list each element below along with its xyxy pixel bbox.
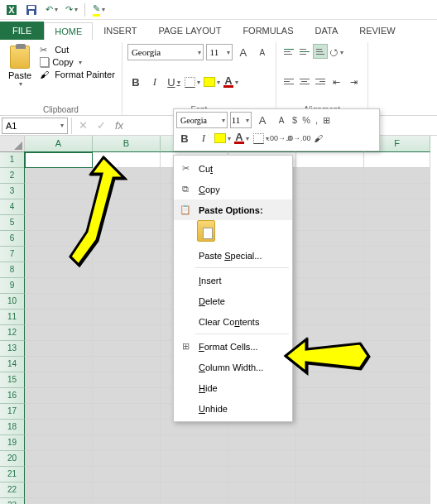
- underline-button[interactable]: U▾: [166, 74, 182, 90]
- save-icon[interactable]: [25, 3, 38, 17]
- cell[interactable]: [25, 372, 93, 388]
- cell[interactable]: [296, 294, 364, 310]
- row-header-14[interactable]: 14: [0, 357, 25, 372]
- cancel-formula-button[interactable]: ✕: [74, 119, 92, 132]
- cell[interactable]: [93, 341, 161, 357]
- tab-insert[interactable]: INSERT: [93, 22, 147, 40]
- tab-pagelayout[interactable]: PAGE LAYOUT: [147, 22, 232, 40]
- cell[interactable]: [161, 467, 228, 482]
- cell[interactable]: [296, 435, 364, 451]
- cell[interactable]: [296, 498, 364, 504]
- cell[interactable]: [296, 278, 364, 294]
- row-header-19[interactable]: 19: [0, 435, 25, 451]
- cell[interactable]: [25, 420, 93, 435]
- cell[interactable]: [25, 435, 93, 451]
- cell[interactable]: [364, 231, 430, 247]
- ctx-clear-contents[interactable]: Clear Contents: [174, 311, 292, 332]
- cell[interactable]: [296, 247, 364, 262]
- cell[interactable]: [25, 278, 93, 294]
- cell[interactable]: [364, 278, 430, 294]
- cell[interactable]: [93, 451, 161, 467]
- cell[interactable]: [25, 325, 93, 341]
- increase-font-icon[interactable]: A: [235, 44, 252, 60]
- cell[interactable]: [93, 482, 161, 498]
- align-top-button[interactable]: [281, 44, 296, 59]
- cell[interactable]: [296, 215, 364, 231]
- tab-file[interactable]: FILE: [0, 22, 44, 40]
- cell[interactable]: [93, 498, 161, 504]
- mini-italic[interactable]: I: [195, 130, 212, 146]
- mini-fill[interactable]: ▾: [214, 130, 231, 146]
- row-header-10[interactable]: 10: [0, 294, 25, 310]
- cell[interactable]: [228, 482, 296, 498]
- cut-button[interactable]: Cut: [38, 44, 117, 55]
- row-header-18[interactable]: 18: [0, 420, 25, 435]
- row-header-5[interactable]: 5: [0, 215, 25, 231]
- currency-icon[interactable]: $: [292, 115, 297, 125]
- cell[interactable]: [25, 388, 93, 404]
- row-header-12[interactable]: 12: [0, 325, 25, 341]
- cell[interactable]: [296, 404, 364, 420]
- cell[interactable]: [364, 404, 430, 420]
- tab-formulas[interactable]: FORMULAS: [232, 22, 304, 40]
- mini-bold[interactable]: B: [176, 130, 193, 146]
- row-header-23[interactable]: 23: [0, 498, 25, 504]
- cell[interactable]: [364, 482, 430, 498]
- italic-button[interactable]: I: [146, 74, 163, 90]
- cell[interactable]: [228, 467, 296, 482]
- font-name-combo[interactable]: Georgia: [127, 44, 204, 60]
- name-box[interactable]: A1: [2, 118, 68, 134]
- cell[interactable]: [296, 152, 364, 168]
- cell[interactable]: [25, 467, 93, 482]
- font-size-combo[interactable]: 11: [206, 44, 233, 60]
- cell[interactable]: [296, 388, 364, 404]
- cell[interactable]: [161, 482, 228, 498]
- row-header-17[interactable]: 17: [0, 404, 25, 420]
- row-header-6[interactable]: 6: [0, 231, 25, 247]
- mini-format-painter[interactable]: 🖌: [310, 130, 326, 146]
- decrease-indent-button[interactable]: ⇤: [329, 74, 345, 90]
- cell[interactable]: [93, 372, 161, 388]
- align-center-button[interactable]: [297, 74, 312, 89]
- row-header-2[interactable]: 2: [0, 168, 25, 184]
- cell[interactable]: [296, 231, 364, 247]
- paste-option-keep-source[interactable]: [197, 220, 215, 242]
- cell[interactable]: [364, 467, 430, 482]
- row-header-7[interactable]: 7: [0, 247, 25, 262]
- cell[interactable]: [93, 435, 161, 451]
- cell[interactable]: [25, 451, 93, 467]
- cell[interactable]: [25, 294, 93, 310]
- cell[interactable]: [93, 404, 161, 420]
- ctx-format-cells[interactable]: ⊞Format Cells...: [174, 336, 292, 357]
- ctx-hide[interactable]: Hide: [174, 377, 292, 398]
- cell[interactable]: [228, 498, 296, 504]
- row-header-15[interactable]: 15: [0, 372, 25, 388]
- increase-indent-button[interactable]: ⇥: [346, 74, 363, 90]
- row-header-21[interactable]: 21: [0, 467, 25, 482]
- cell[interactable]: [296, 262, 364, 278]
- cell[interactable]: [25, 310, 93, 325]
- comma-icon[interactable]: ,: [315, 115, 318, 125]
- align-left-button[interactable]: [281, 74, 296, 89]
- align-bottom-button[interactable]: [313, 44, 328, 59]
- row-header-8[interactable]: 8: [0, 262, 25, 278]
- cell[interactable]: [296, 467, 364, 482]
- cell[interactable]: [364, 215, 430, 231]
- cell[interactable]: [161, 498, 228, 504]
- font-color-button[interactable]: A▾: [223, 74, 239, 90]
- ctx-paste-special[interactable]: Paste Special...: [174, 245, 292, 266]
- insert-function-button[interactable]: fx: [110, 119, 128, 132]
- row-header-16[interactable]: 16: [0, 388, 25, 404]
- ctx-column-width[interactable]: Column Width...: [174, 357, 292, 377]
- cell[interactable]: [364, 262, 430, 278]
- cell[interactable]: [228, 435, 296, 451]
- cell[interactable]: [161, 435, 228, 451]
- cell[interactable]: [228, 451, 296, 467]
- cell[interactable]: [25, 498, 93, 504]
- row-header-1[interactable]: 1: [0, 152, 25, 168]
- cell[interactable]: [364, 199, 430, 215]
- ctx-copy[interactable]: ⧉Copy: [174, 179, 292, 199]
- cell[interactable]: [364, 168, 430, 184]
- cell[interactable]: [296, 184, 364, 199]
- enter-formula-button[interactable]: ✓: [92, 119, 110, 132]
